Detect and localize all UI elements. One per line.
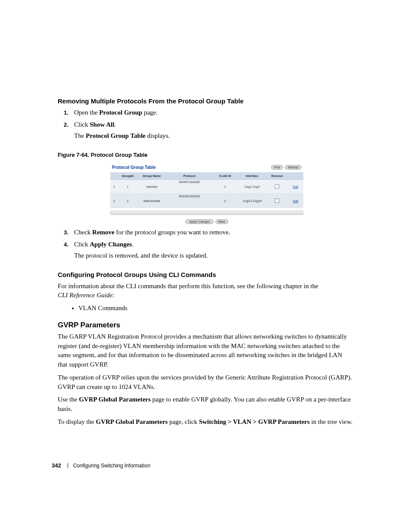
cell-index: 1	[110, 180, 118, 194]
text: .	[132, 241, 134, 248]
text: .	[114, 121, 116, 128]
edit-link[interactable]: Edit	[293, 185, 298, 188]
text: The protocol is removed, and the device …	[74, 252, 208, 259]
protocol-group-table-screenshot: Protocol Group Table Print Refresh Group…	[110, 162, 303, 224]
back-button[interactable]: Back	[215, 219, 228, 224]
text: for the protocol groups you want to remo…	[115, 229, 230, 236]
table-row: 1 1 ravindra 0x5467,0x0100 1 1/xg1-1/xg7…	[110, 180, 303, 194]
text: The	[74, 132, 86, 139]
footer-section-title: Configuring Switching Information	[73, 463, 150, 469]
step-2: Click Show All. The Protocol Group Table…	[58, 120, 353, 141]
col-interface: Interface	[238, 173, 267, 180]
body-text: For information about the CLI commands t…	[58, 282, 353, 301]
page-footer: 342 Configuring Switching Information	[52, 462, 150, 469]
remove-checkbox[interactable]	[275, 199, 279, 203]
text: For information about the CLI commands t…	[58, 283, 318, 289]
text-bold: GVRP Global Parameters	[96, 418, 168, 425]
text: Click	[74, 241, 90, 248]
cell-vlanid: 1	[212, 180, 237, 194]
heading-gvrp: GVRP Parameters	[58, 321, 353, 330]
heading-cli: Configuring Protocol Groups Using CLI Co…	[58, 271, 353, 278]
text: :	[112, 292, 114, 299]
step-3: Check Remove for the protocol groups you…	[58, 228, 353, 237]
scrollbar[interactable]	[110, 211, 303, 215]
text-bold: Apply Changes	[90, 241, 132, 248]
col-groupid: GroupId	[118, 173, 137, 180]
text-bold: Show All	[90, 121, 114, 128]
col-groupname: Group Name	[137, 173, 166, 180]
col-index	[110, 173, 118, 180]
print-button[interactable]: Print	[271, 165, 283, 170]
text: Use the	[58, 396, 79, 403]
text: in the tree view.	[310, 418, 352, 425]
footer-separator-icon	[68, 463, 68, 468]
text: Check	[74, 229, 92, 236]
text: page, click	[168, 418, 199, 425]
panel-title: Protocol Group Table	[112, 165, 156, 170]
cell-remove	[267, 194, 288, 208]
text: displays.	[146, 132, 170, 139]
cell-interface: 1/xg13-1/xg24	[238, 194, 267, 208]
page-number: 342	[52, 462, 61, 469]
text: page.	[142, 109, 158, 116]
step-1: Open the Protocol Group page.	[58, 108, 353, 118]
body-text: The operation of GVRP relies upon the se…	[58, 373, 353, 392]
cell-remove	[267, 180, 288, 194]
refresh-button[interactable]: Refresh	[285, 165, 302, 170]
cell-vlanid: 2	[212, 194, 237, 208]
text: To display the	[58, 418, 96, 425]
cell-protocol: 0x3192,0x0183	[166, 194, 213, 208]
body-text: The GARP VLAN Registration Protocol prov…	[58, 332, 353, 370]
cell-groupname: ravindra	[137, 180, 166, 194]
cell-groupid: 1	[118, 180, 137, 194]
cell-index: 2	[110, 194, 118, 208]
table-row: 2 2 dellcolumbia 0x3192,0x0183 2 1/xg13-…	[110, 194, 303, 208]
remove-checkbox[interactable]	[275, 184, 279, 189]
step-4: Click Apply Changes. The protocol is rem…	[58, 240, 353, 261]
cell-protocol: 0x5467,0x0100	[166, 180, 213, 194]
text-bold: Switching > VLAN > GVRP Parameters	[199, 418, 310, 425]
heading-remove-multiple: Removing Multiple Protocols From the Pro…	[58, 97, 353, 105]
apply-changes-button[interactable]: Apply Changes	[185, 219, 213, 224]
text-bold: Protocol Group	[99, 109, 142, 116]
text-bold: Protocol Group Table	[86, 132, 146, 139]
col-actions	[288, 173, 303, 180]
text: Open the	[74, 109, 99, 116]
protocol-group-table: GroupId Group Name Protocol VLAN ID Inte…	[110, 173, 303, 208]
list-item: VLAN Commands	[78, 304, 353, 313]
cell-interface: 1/xg1-1/xg7	[238, 180, 267, 194]
text-bold: Remove	[92, 229, 115, 236]
col-vlanid: VLAN ID	[212, 173, 237, 180]
figure-caption: Figure 7-64. Protocol Group Table	[58, 152, 353, 158]
body-text: Use the GVRP Global Parameters page to e…	[58, 395, 353, 414]
col-protocol: Protocol	[166, 173, 213, 180]
cell-groupname: dellcolumbia	[137, 194, 166, 208]
edit-link[interactable]: Edit	[293, 199, 298, 202]
text: Click	[74, 121, 90, 128]
body-text: To display the GVRP Global Parameters pa…	[58, 417, 353, 427]
cli-reference-guide: CLI Reference Guide	[58, 292, 112, 299]
text-bold: GVRP Global Parameters	[79, 396, 151, 403]
table-header-row: GroupId Group Name Protocol VLAN ID Inte…	[110, 173, 303, 180]
col-remove: Remove	[267, 173, 288, 180]
cell-groupid: 2	[118, 194, 137, 208]
